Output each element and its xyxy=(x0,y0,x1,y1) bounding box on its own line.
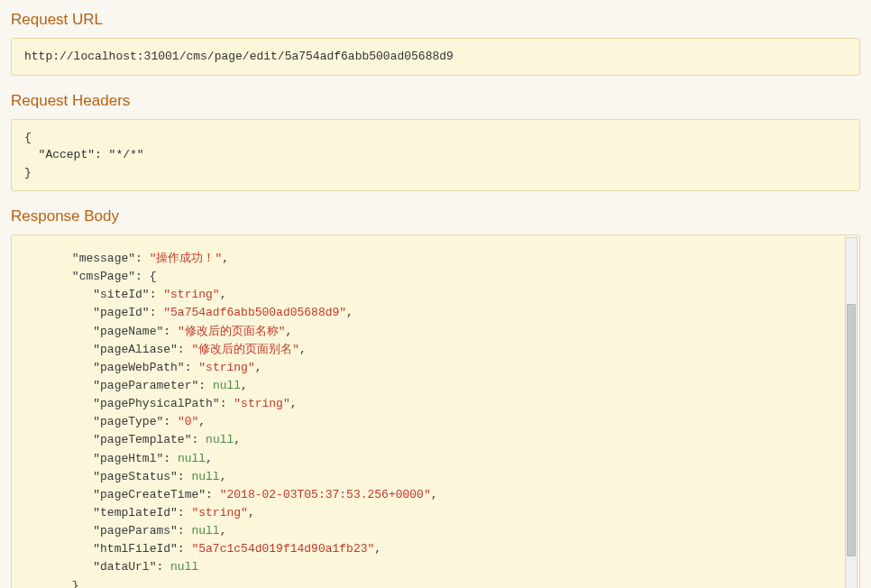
scrollbar-thumb[interactable] xyxy=(847,304,856,556)
json-line: "pageCreateTime": "2018-02-03T05:37:53.2… xyxy=(30,486,841,504)
response-body-title: Response Body xyxy=(11,207,860,225)
json-line: "siteId": "string", xyxy=(30,286,841,304)
scrollbar[interactable] xyxy=(845,237,857,588)
json-line: } xyxy=(30,577,841,588)
json-line: "pagePhysicalPath": "string", xyxy=(30,395,841,413)
json-line: "templateId": "string", xyxy=(30,504,841,522)
json-line: "pageTemplate": null, xyxy=(30,431,841,449)
json-line: "message": "操作成功！", xyxy=(30,250,841,268)
response-body-box[interactable]: "message": "操作成功！", "cmsPage": { "siteId… xyxy=(11,234,860,588)
json-line: "dataUrl": null xyxy=(30,558,841,576)
json-line: "pageType": "0", xyxy=(30,413,841,431)
response-body-section: Response Body "message": "操作成功！", "cmsPa… xyxy=(11,207,860,588)
request-headers-box[interactable]: { "Accept": "*/*"} xyxy=(11,119,860,192)
header-line: "Accept": "*/*" xyxy=(24,146,847,164)
request-headers-title: Request Headers xyxy=(11,92,860,110)
json-line: "pageStatus": null, xyxy=(30,468,841,486)
json-line: "htmlFileId": "5a7c1c54d019f14d90a1fb23"… xyxy=(30,540,841,558)
json-line: "pageName": "修改后的页面名称", xyxy=(30,323,841,341)
header-line: } xyxy=(24,164,847,182)
json-line: "cmsPage": { xyxy=(30,268,841,286)
json-line: "pageParams": null, xyxy=(30,522,841,540)
request-url-value[interactable]: http://localhost:31001/cms/page/edit/5a7… xyxy=(11,38,860,76)
request-url-section: Request URL http://localhost:31001/cms/p… xyxy=(11,11,860,76)
json-line: "pageAliase": "修改后的页面别名", xyxy=(30,341,841,359)
request-headers-section: Request Headers { "Accept": "*/*"} xyxy=(11,92,860,192)
json-line: "pageId": "5a754adf6abb500ad05688d9", xyxy=(30,304,841,322)
header-line: { xyxy=(24,129,847,147)
json-line: "pageParameter": null, xyxy=(30,377,841,395)
json-line: "pageWebPath": "string", xyxy=(30,359,841,377)
json-line: "pageHtml": null, xyxy=(30,450,841,468)
request-url-title: Request URL xyxy=(11,11,860,29)
